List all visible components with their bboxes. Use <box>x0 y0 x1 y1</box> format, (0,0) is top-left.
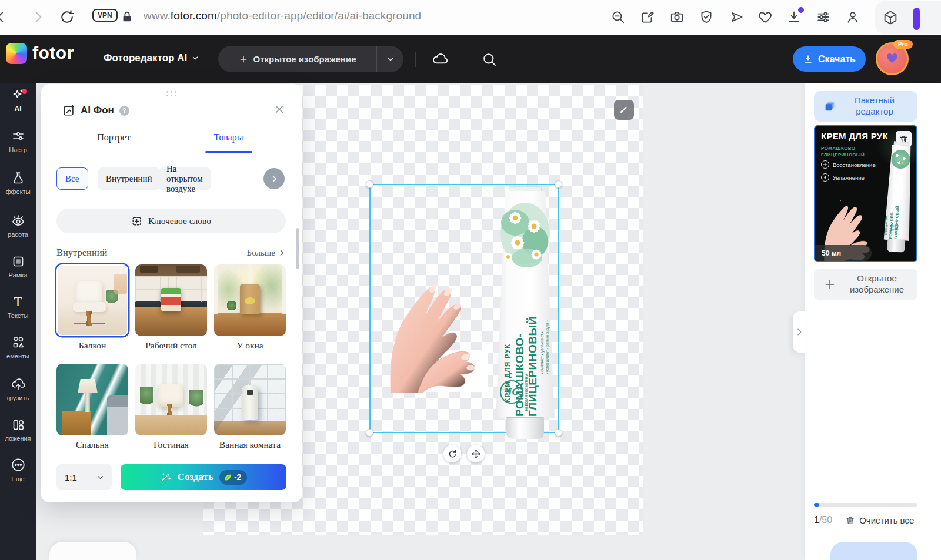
download-page-icon[interactable] <box>786 9 802 25</box>
url-bar[interactable]: www.fotor.com/photo-editor-app/editor/ai… <box>144 9 421 22</box>
batch-panel: Пакетный редактор КРЕМ ДЛЯ РУК РОМАШКОВО… <box>805 83 941 560</box>
resize-handle-top-left[interactable] <box>366 180 373 188</box>
tune-icon[interactable] <box>816 9 831 25</box>
clear-all-button[interactable]: Очистить все <box>845 515 914 525</box>
hands-photo[interactable] <box>375 243 496 393</box>
thumbnail-bedroom[interactable]: Спальня <box>56 364 128 450</box>
product-tube[interactable]: КРЕМ ДЛЯ РУК РОМАШКОВО- ГЛИЦЕРИНОВЫЙ • с… <box>494 186 556 440</box>
sidebar-item-apps[interactable]: ложения <box>0 418 36 442</box>
brand-logo: NC <box>500 380 523 404</box>
chips-scroll-right-icon[interactable] <box>263 168 285 189</box>
thumbnail-livingroom[interactable]: Гостиная <box>135 364 207 450</box>
resize-handle-bottom-left[interactable] <box>366 429 373 437</box>
download-button[interactable]: Скачать <box>793 46 866 72</box>
plus-icon <box>823 278 836 291</box>
flask-icon <box>11 171 25 185</box>
cube-extension-icon[interactable] <box>882 9 899 26</box>
lock-icon[interactable] <box>121 10 134 24</box>
fotor-logo-icon[interactable] <box>6 43 27 64</box>
card-product-tube: КРЕМ ДЛЯ РУК РОМАШКОВО- ГЛИЦЕРИНОВЫЙ NC <box>882 141 915 255</box>
heart-icon[interactable] <box>758 9 773 25</box>
sidebar-item-frame[interactable]: Рамка <box>0 254 36 279</box>
sidebar-item-ai[interactable]: AI <box>0 88 36 113</box>
cloud-sync-icon[interactable] <box>431 51 449 68</box>
decor <box>74 311 105 326</box>
collapse-panel-handle[interactable] <box>793 311 806 353</box>
frame-icon <box>11 254 25 269</box>
thumbnail-window[interactable]: У окна <box>214 264 286 351</box>
aspect-ratio-select[interactable]: 1:1 <box>56 464 112 490</box>
thumbnail-label: Балкон <box>56 340 128 351</box>
clear-all-label: Очистить все <box>859 515 914 525</box>
move-button[interactable] <box>467 445 485 462</box>
ai-background-icon <box>62 104 75 117</box>
panel-scrollbar[interactable] <box>296 228 299 269</box>
batch-editor-button[interactable]: Пакетный редактор <box>814 91 917 122</box>
forward-icon[interactable] <box>31 9 46 25</box>
open-image-dropdown[interactable] <box>376 46 403 72</box>
sidebar-item-effects[interactable]: ффекты <box>0 171 36 195</box>
add-image-button[interactable]: Открытое изображение <box>814 269 917 300</box>
sidebar-item-more[interactable]: Еще <box>0 457 36 482</box>
reload-icon[interactable] <box>59 9 75 25</box>
thumbnail-image <box>135 364 207 435</box>
thumbnail-image <box>214 264 286 336</box>
card-subtitle-line1: РОМАШКОВО- <box>821 145 865 152</box>
zoom-out-icon[interactable] <box>610 9 626 25</box>
thumbnail-desk[interactable]: Рабочий стол <box>135 264 207 351</box>
panel-title: AI Фон <box>81 105 114 116</box>
thumbnail-label: У окна <box>214 340 286 351</box>
create-button[interactable]: Создать -2 <box>121 464 286 490</box>
active-tab-underline <box>205 151 252 153</box>
camera-icon[interactable] <box>669 9 685 25</box>
magic-wand-icon <box>160 471 172 483</box>
back-icon[interactable] <box>0 9 8 25</box>
sidebar-item-text[interactable]: T Тексты <box>0 295 36 319</box>
add-image-label: Открытое изображение <box>842 273 912 296</box>
url-domain: fotor.com <box>171 9 217 22</box>
batch-item-card[interactable]: КРЕМ ДЛЯ РУК РОМАШКОВО- ГЛИЦЕРИНОВЫЙ Вос… <box>814 125 917 262</box>
sidebar-item-beauty[interactable]: расота <box>0 213 36 238</box>
keyword-button[interactable]: Ключевое слово <box>56 209 286 233</box>
send-icon[interactable] <box>729 9 745 25</box>
chip-indoor[interactable]: Внутренний <box>98 167 161 190</box>
sidebar-item-upload[interactable]: грузить <box>0 376 36 401</box>
open-image-button[interactable]: Открытое изображение <box>218 46 376 72</box>
tool-switcher[interactable]: Фоторедактор AI <box>104 52 199 64</box>
tube-bullets-1: • смягчает • увлажняет • <box>540 245 544 374</box>
keyword-label: Ключевое слово <box>148 216 211 226</box>
bottom-action-button[interactable] <box>830 542 917 560</box>
rotate-button[interactable] <box>443 445 461 462</box>
edit-page-icon[interactable] <box>640 9 655 25</box>
brush-tool-button[interactable] <box>614 100 634 120</box>
profile-icon[interactable] <box>845 9 860 25</box>
sidebar-extension-pill[interactable] <box>913 8 920 30</box>
help-icon[interactable]: ? <box>119 106 129 116</box>
close-icon[interactable] <box>273 103 285 115</box>
shield-check-icon[interactable] <box>699 9 714 25</box>
sidebar-item-elements[interactable]: ементы <box>0 336 36 360</box>
card-title: КРЕМ ДЛЯ РУК <box>821 131 888 141</box>
more-link[interactable]: Больше <box>247 248 286 258</box>
panel-tabs: Портрет Товары <box>56 132 286 153</box>
vpn-badge[interactable]: VPN <box>92 9 118 22</box>
eye-icon <box>11 213 26 228</box>
resize-handle-bottom-right[interactable] <box>555 429 562 437</box>
tab-products[interactable]: Товары <box>171 132 286 153</box>
brand-logo-subtext: НЕВСКАЯ КОСМЕТИКА <box>525 375 528 411</box>
thumbnail-label: Рабочий стол <box>135 340 207 351</box>
drag-handle[interactable] <box>166 91 177 96</box>
thumbnail-bathroom[interactable]: Ванная комната <box>214 364 286 450</box>
batch-progress-bar <box>814 503 917 507</box>
resize-handle-top-right[interactable] <box>555 180 562 188</box>
search-icon[interactable] <box>481 51 498 68</box>
chip-outdoor[interactable]: На открытом воздухе <box>158 167 211 190</box>
thumbnail-balcony[interactable]: Балкон <box>56 264 128 351</box>
canvas-selection-box[interactable]: КРЕМ ДЛЯ РУК РОМАШКОВО- ГЛИЦЕРИНОВЫЙ • с… <box>369 184 559 433</box>
fotor-logo-text[interactable]: fotor <box>32 43 74 63</box>
sidebar-item-adjust[interactable]: Настр <box>0 129 36 153</box>
decor <box>78 379 98 393</box>
bottom-left-button[interactable] <box>49 542 136 560</box>
tab-portrait[interactable]: Портрет <box>56 132 171 153</box>
chip-all[interactable]: Все <box>56 167 88 190</box>
